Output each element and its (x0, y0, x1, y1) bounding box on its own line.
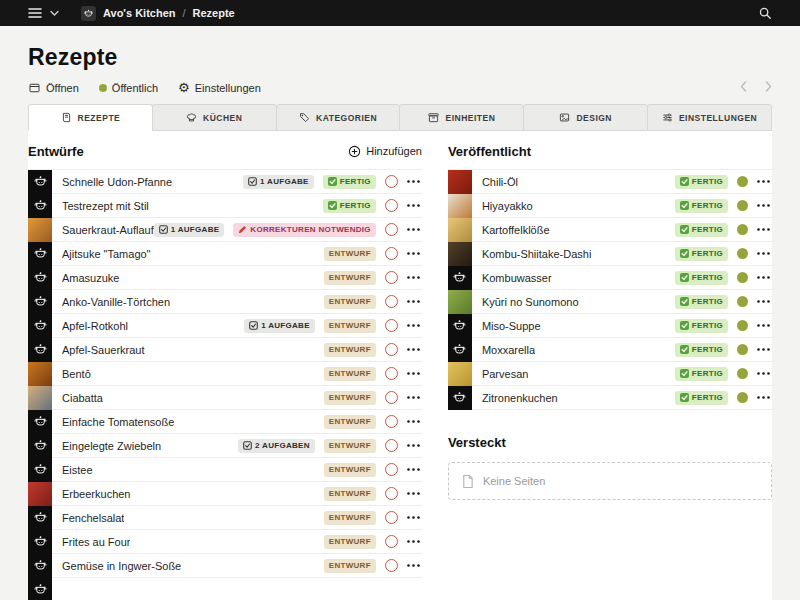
tab-kuechen[interactable]: KÜCHEN (152, 104, 277, 131)
recipe-row[interactable]: Gemüse in Ingwer-Soße ENTWURF (28, 554, 422, 578)
recipe-row[interactable]: Frites au Four ENTWURF (28, 530, 422, 554)
next-page-button[interactable] (765, 81, 772, 94)
row-menu-button[interactable] (757, 396, 770, 399)
recipe-row[interactable]: Amasuzuke ENTWURF (28, 266, 422, 290)
row-menu-button[interactable] (407, 444, 420, 447)
draft-circle[interactable] (385, 319, 398, 332)
tab-einstellungen[interactable]: EINSTELLUNGEN (647, 104, 772, 131)
draft-circle[interactable] (385, 511, 398, 524)
row-menu-button[interactable] (407, 276, 420, 279)
recipe-row[interactable]: Einfache Tomatensoße ENTWURF (28, 410, 422, 434)
draft-circle[interactable] (385, 415, 398, 428)
recipe-row[interactable]: Eingelegte Zwiebeln 2 AUFGABEN ENTWURF (28, 434, 422, 458)
draft-circle[interactable] (385, 391, 398, 404)
recipe-row[interactable]: Zitronenkuchen FERTIG (448, 386, 772, 410)
status-badge: ENTWURF (324, 271, 376, 285)
row-menu-button[interactable] (407, 300, 420, 303)
row-menu-button[interactable] (407, 228, 420, 231)
recipe-row[interactable]: Kartoffelklöße FERTIG (448, 218, 772, 242)
check-icon (680, 177, 689, 186)
app-logo[interactable] (81, 6, 96, 21)
recipe-row[interactable]: Schnelle Udon-Pfanne 1 AUFGABE FERTIG (28, 170, 422, 194)
tab-design[interactable]: DESIGN (523, 104, 648, 131)
recipe-row[interactable]: Miso-Suppe FERTIG (448, 314, 772, 338)
recipe-row[interactable]: Apfel-Rotkohl 1 AUFGABE ENTWURF (28, 314, 422, 338)
hamburger-menu-icon[interactable] (28, 7, 42, 19)
recipe-row[interactable]: Fenchelsalat ENTWURF (28, 506, 422, 530)
tab-kategorien[interactable]: KATEGORIEN (276, 104, 401, 131)
row-menu-button[interactable] (757, 252, 770, 255)
recipe-row[interactable]: Kombuwasser FERTIG (448, 266, 772, 290)
recipe-row[interactable]: Bentō ENTWURF (28, 362, 422, 386)
prev-page-button[interactable] (740, 81, 747, 94)
recipe-row[interactable]: Testrezept mit Stil FERTIG (28, 194, 422, 218)
row-menu-button[interactable] (757, 228, 770, 231)
open-button[interactable]: Öffnen (28, 82, 79, 94)
recipe-row[interactable]: Parvesan FERTIG (448, 362, 772, 386)
draft-circle[interactable] (385, 535, 398, 548)
draft-circle[interactable] (385, 367, 398, 380)
recipe-row[interactable]: Anko-Vanille-Törtchen ENTWURF (28, 290, 422, 314)
row-menu-button[interactable] (757, 348, 770, 351)
draft-circle[interactable] (385, 295, 398, 308)
settings-button[interactable]: ⚙ Einstellungen (178, 81, 261, 94)
row-menu-button[interactable] (757, 180, 770, 183)
row-menu-button[interactable] (407, 252, 420, 255)
search-icon[interactable] (758, 6, 772, 20)
row-menu-button[interactable] (407, 324, 420, 327)
draft-circle[interactable] (385, 439, 398, 452)
recipe-row[interactable]: Ajitsuke "Tamago" ENTWURF (28, 242, 422, 266)
draft-circle[interactable] (385, 559, 398, 572)
pencil-icon (238, 225, 247, 234)
draft-circle[interactable] (385, 175, 398, 188)
add-recipe-button[interactable]: Hinzufügen (348, 145, 422, 158)
row-menu-button[interactable] (757, 204, 770, 207)
draft-circle[interactable] (385, 463, 398, 476)
tab-rezepte[interactable]: REZEPTE (28, 104, 153, 131)
tab-einheiten[interactable]: EINHEITEN (399, 104, 524, 131)
draft-circle[interactable] (385, 271, 398, 284)
draft-circle[interactable] (385, 247, 398, 260)
recipe-row[interactable]: Eistee ENTWURF (28, 458, 422, 482)
recipe-row[interactable]: Chili-Öl FERTIG (448, 170, 772, 194)
row-menu-button[interactable] (757, 324, 770, 327)
row-menu-button[interactable] (407, 348, 420, 351)
row-menu-button[interactable] (407, 492, 420, 495)
row-menu-button[interactable] (407, 540, 420, 543)
pager (740, 81, 772, 94)
published-dot (737, 368, 748, 379)
row-menu-button[interactable] (407, 516, 420, 519)
status-badge: ENTWURF (324, 463, 376, 477)
row-menu-button[interactable] (407, 372, 420, 375)
row-menu-button[interactable] (757, 300, 770, 303)
recipe-row[interactable]: Ciabatta ENTWURF (28, 386, 422, 410)
published-dot (737, 296, 748, 307)
public-status[interactable]: Öffentlich (99, 82, 158, 94)
recipe-row[interactable]: Moxxarella FERTIG (448, 338, 772, 362)
breadcrumb-app[interactable]: Avo's Kitchen (103, 7, 176, 19)
recipe-row[interactable]: Kombu-Shiitake-Dashi FERTIG (448, 242, 772, 266)
public-status-dot (99, 84, 107, 92)
recipe-row[interactable]: Sauerkraut-Auflauf 1 AUFGABE KORREKTUREN… (28, 218, 422, 242)
chevron-down-icon[interactable] (50, 10, 59, 17)
row-menu-button[interactable] (407, 564, 420, 567)
row-menu-button[interactable] (407, 204, 420, 207)
recipe-row[interactable]: Hiyayakko FERTIG (448, 194, 772, 218)
row-menu-button[interactable] (757, 276, 770, 279)
pot-icon (83, 8, 94, 19)
row-menu-button[interactable] (407, 420, 420, 423)
recipe-row[interactable]: Apfel-Sauerkraut ENTWURF (28, 338, 422, 362)
recipe-row[interactable]: Kyūri no Sunomono FERTIG (448, 290, 772, 314)
draft-circle[interactable] (385, 199, 398, 212)
breadcrumb-page[interactable]: Rezepte (193, 7, 235, 19)
row-menu-button[interactable] (407, 468, 420, 471)
row-menu-button[interactable] (407, 396, 420, 399)
recipe-row[interactable] (28, 578, 422, 600)
draft-circle[interactable] (385, 223, 398, 236)
draft-circle[interactable] (385, 487, 398, 500)
draft-circle[interactable] (385, 343, 398, 356)
checkbox-icon (249, 321, 258, 330)
row-menu-button[interactable] (407, 180, 420, 183)
row-menu-button[interactable] (757, 372, 770, 375)
recipe-row[interactable]: Erbeerkuchen ENTWURF (28, 482, 422, 506)
